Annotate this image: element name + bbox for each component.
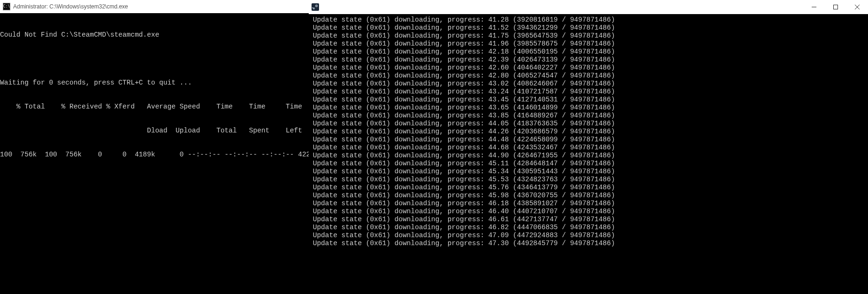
cmd-titlebar[interactable]: C:\ Administrator: C:\Windows\system32\c… [0, 0, 309, 13]
update-state-line: Update state (0x61) downloading, progres… [309, 136, 868, 144]
update-state-line: Update state (0x61) downloading, progres… [309, 160, 868, 168]
update-state-line: Update state (0x61) downloading, progres… [309, 80, 868, 88]
cmd-title: Administrator: C:\Windows\system32\cmd.e… [13, 3, 128, 10]
maximize-button[interactable] [825, 0, 846, 14]
curl-header-1: % Total % Received % Xferd Average Speed… [0, 103, 309, 111]
cmd-icon: C:\ [3, 3, 10, 10]
steam-terminal[interactable]: Update state (0x61) downloading, progres… [309, 14, 868, 294]
update-state-line: Update state (0x61) downloading, progres… [309, 168, 868, 176]
update-state-line: Update state (0x61) downloading, progres… [309, 32, 868, 40]
cmd-window: C:\ Administrator: C:\Windows\system32\c… [0, 0, 309, 294]
maximize-icon [833, 5, 838, 9]
svg-point-2 [316, 6, 317, 7]
update-state-line: Update state (0x61) downloading, progres… [309, 64, 868, 72]
update-state-line: Update state (0x61) downloading, progres… [309, 112, 868, 120]
update-state-line: Update state (0x61) downloading, progres… [309, 16, 868, 24]
update-state-line: Update state (0x61) downloading, progres… [309, 104, 868, 112]
curl-data-row: 100 756k 100 756k 0 0 4189k 0 --:--:-- -… [0, 151, 309, 159]
update-state-line: Update state (0x61) downloading, progres… [309, 216, 868, 224]
close-icon [855, 5, 860, 9]
cmd-blank [0, 55, 309, 63]
cmd-waiting-line: Waiting for 0 seconds, press CTRL+C to q… [0, 79, 309, 87]
update-state-line: Update state (0x61) downloading, progres… [309, 24, 868, 32]
update-state-line: Update state (0x61) downloading, progres… [309, 200, 868, 208]
cmd-terminal[interactable]: Could Not Find C:\SteamCMD\steamcmd.exe … [0, 13, 309, 294]
update-state-line: Update state (0x61) downloading, progres… [309, 240, 868, 248]
update-state-line: Update state (0x61) downloading, progres… [309, 232, 868, 240]
minimize-button[interactable] [803, 0, 825, 14]
update-state-line: Update state (0x61) downloading, progres… [309, 96, 868, 104]
update-state-line: Update state (0x61) downloading, progres… [309, 56, 868, 64]
update-state-line: Update state (0x61) downloading, progres… [309, 144, 868, 152]
update-state-line: Update state (0x61) downloading, progres… [309, 224, 868, 232]
update-state-line: Update state (0x61) downloading, progres… [309, 192, 868, 200]
svg-point-0 [312, 4, 319, 10]
svg-rect-6 [834, 5, 838, 9]
steam-titlebar[interactable] [309, 0, 868, 14]
update-state-line: Update state (0x61) downloading, progres… [309, 120, 868, 128]
cmd-error-line: Could Not Find C:\SteamCMD\steamcmd.exe [0, 31, 309, 39]
update-state-line: Update state (0x61) downloading, progres… [309, 128, 868, 136]
update-state-line: Update state (0x61) downloading, progres… [309, 40, 868, 48]
update-state-line: Update state (0x61) downloading, progres… [309, 48, 868, 56]
steam-icon [312, 3, 319, 11]
update-state-line: Update state (0x61) downloading, progres… [309, 152, 868, 160]
update-state-line: Update state (0x61) downloading, progres… [309, 184, 868, 192]
update-state-line: Update state (0x61) downloading, progres… [309, 88, 868, 96]
minimize-icon [812, 5, 816, 9]
curl-header-2: Dload Upload Total Spent Left Speed [0, 127, 309, 135]
close-button[interactable] [846, 0, 868, 14]
update-state-line: Update state (0x61) downloading, progres… [309, 176, 868, 184]
window-controls [803, 0, 868, 14]
update-state-line: Update state (0x61) downloading, progres… [309, 72, 868, 80]
update-state-line: Update state (0x61) downloading, progres… [309, 208, 868, 216]
steam-window: Update state (0x61) downloading, progres… [309, 0, 868, 294]
